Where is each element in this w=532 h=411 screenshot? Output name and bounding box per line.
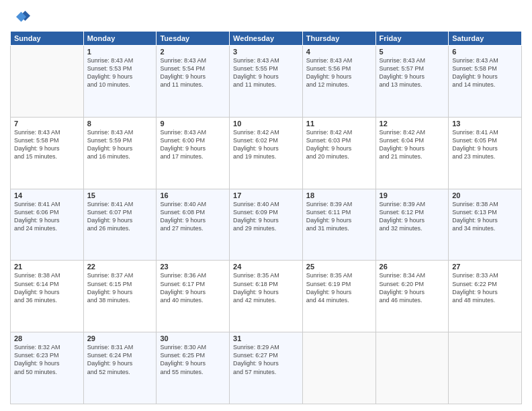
day-number: 25 <box>306 263 372 271</box>
day-cell: 23Sunrise: 8:36 AM Sunset: 6:17 PM Dayli… <box>157 261 230 332</box>
day-info: Sunrise: 8:42 AM Sunset: 6:02 PM Dayligh… <box>233 128 299 161</box>
week-row-2: 7Sunrise: 8:43 AM Sunset: 5:58 PM Daylig… <box>11 117 522 189</box>
day-number: 9 <box>160 120 226 128</box>
header-cell-thursday: Thursday <box>302 32 375 46</box>
day-number: 30 <box>160 334 226 342</box>
day-info: Sunrise: 8:43 AM Sunset: 5:58 PM Dayligh… <box>14 128 80 161</box>
day-number: 19 <box>380 191 445 199</box>
day-info: Sunrise: 8:43 AM Sunset: 5:58 PM Dayligh… <box>452 56 518 89</box>
day-info: Sunrise: 8:41 AM Sunset: 6:06 PM Dayligh… <box>14 200 80 233</box>
day-cell: 20Sunrise: 8:38 AM Sunset: 6:13 PM Dayli… <box>449 189 522 261</box>
day-number: 13 <box>452 120 518 128</box>
day-info: Sunrise: 8:41 AM Sunset: 6:05 PM Dayligh… <box>452 128 518 161</box>
day-info: Sunrise: 8:34 AM Sunset: 6:20 PM Dayligh… <box>380 271 445 304</box>
header-cell-friday: Friday <box>375 32 449 46</box>
day-cell: 16Sunrise: 8:40 AM Sunset: 6:08 PM Dayli… <box>157 189 230 261</box>
logo-icon <box>10 7 30 27</box>
day-number: 21 <box>14 263 80 271</box>
day-info: Sunrise: 8:39 AM Sunset: 6:12 PM Dayligh… <box>380 200 445 233</box>
day-cell: 13Sunrise: 8:41 AM Sunset: 6:05 PM Dayli… <box>449 117 522 189</box>
day-info: Sunrise: 8:43 AM Sunset: 5:53 PM Dayligh… <box>87 56 153 89</box>
calendar-table: SundayMondayTuesdayWednesdayThursdayFrid… <box>10 31 522 404</box>
day-cell: 6Sunrise: 8:43 AM Sunset: 5:58 PM Daylig… <box>449 46 522 118</box>
day-cell: 9Sunrise: 8:43 AM Sunset: 6:00 PM Daylig… <box>157 117 230 189</box>
day-number: 26 <box>380 263 445 271</box>
day-info: Sunrise: 8:43 AM Sunset: 6:00 PM Dayligh… <box>160 128 226 161</box>
day-number: 2 <box>160 48 226 56</box>
week-row-5: 28Sunrise: 8:32 AM Sunset: 6:23 PM Dayli… <box>11 332 522 404</box>
day-info: Sunrise: 8:40 AM Sunset: 6:08 PM Dayligh… <box>160 200 226 233</box>
day-info: Sunrise: 8:42 AM Sunset: 6:03 PM Dayligh… <box>306 128 372 161</box>
day-cell: 1Sunrise: 8:43 AM Sunset: 5:53 PM Daylig… <box>83 46 157 118</box>
day-info: Sunrise: 8:31 AM Sunset: 6:24 PM Dayligh… <box>87 343 153 376</box>
day-cell: 8Sunrise: 8:43 AM Sunset: 5:59 PM Daylig… <box>83 117 157 189</box>
day-info: Sunrise: 8:43 AM Sunset: 5:57 PM Dayligh… <box>380 56 445 89</box>
day-number: 20 <box>452 191 518 199</box>
day-number: 1 <box>87 48 153 56</box>
day-cell: 2Sunrise: 8:43 AM Sunset: 5:54 PM Daylig… <box>157 46 230 118</box>
header-cell-monday: Monday <box>83 32 157 46</box>
day-number: 7 <box>14 120 80 128</box>
header-cell-sunday: Sunday <box>11 32 84 46</box>
day-info: Sunrise: 8:35 AM Sunset: 6:18 PM Dayligh… <box>233 271 299 304</box>
day-cell: 4Sunrise: 8:43 AM Sunset: 5:56 PM Daylig… <box>302 46 375 118</box>
day-info: Sunrise: 8:43 AM Sunset: 5:54 PM Dayligh… <box>160 56 226 89</box>
day-cell <box>449 332 522 404</box>
day-number: 16 <box>160 191 226 199</box>
day-info: Sunrise: 8:41 AM Sunset: 6:07 PM Dayligh… <box>87 200 153 233</box>
day-cell: 15Sunrise: 8:41 AM Sunset: 6:07 PM Dayli… <box>83 189 157 261</box>
day-cell: 27Sunrise: 8:33 AM Sunset: 6:22 PM Dayli… <box>449 261 522 332</box>
day-cell <box>302 332 375 404</box>
day-info: Sunrise: 8:43 AM Sunset: 5:56 PM Dayligh… <box>306 56 372 89</box>
day-info: Sunrise: 8:29 AM Sunset: 6:27 PM Dayligh… <box>233 343 299 376</box>
day-number: 24 <box>233 263 299 271</box>
day-info: Sunrise: 8:38 AM Sunset: 6:14 PM Dayligh… <box>14 271 80 304</box>
header-row: SundayMondayTuesdayWednesdayThursdayFrid… <box>11 32 522 46</box>
day-cell: 5Sunrise: 8:43 AM Sunset: 5:57 PM Daylig… <box>375 46 449 118</box>
header <box>10 7 522 27</box>
day-cell: 19Sunrise: 8:39 AM Sunset: 6:12 PM Dayli… <box>375 189 449 261</box>
day-info: Sunrise: 8:33 AM Sunset: 6:22 PM Dayligh… <box>452 271 518 304</box>
day-info: Sunrise: 8:37 AM Sunset: 6:15 PM Dayligh… <box>87 271 153 304</box>
day-cell: 31Sunrise: 8:29 AM Sunset: 6:27 PM Dayli… <box>230 332 303 404</box>
day-info: Sunrise: 8:40 AM Sunset: 6:09 PM Dayligh… <box>233 200 299 233</box>
day-cell: 29Sunrise: 8:31 AM Sunset: 6:24 PM Dayli… <box>83 332 157 404</box>
logo <box>10 7 33 27</box>
day-info: Sunrise: 8:32 AM Sunset: 6:23 PM Dayligh… <box>14 343 80 376</box>
day-cell: 22Sunrise: 8:37 AM Sunset: 6:15 PM Dayli… <box>83 261 157 332</box>
day-cell: 18Sunrise: 8:39 AM Sunset: 6:11 PM Dayli… <box>302 189 375 261</box>
day-number: 17 <box>233 191 299 199</box>
header-cell-wednesday: Wednesday <box>230 32 303 46</box>
day-number: 4 <box>306 48 372 56</box>
day-number: 22 <box>87 263 153 271</box>
day-info: Sunrise: 8:36 AM Sunset: 6:17 PM Dayligh… <box>160 271 226 304</box>
day-number: 3 <box>233 48 299 56</box>
day-cell: 3Sunrise: 8:43 AM Sunset: 5:55 PM Daylig… <box>230 46 303 118</box>
page: SundayMondayTuesdayWednesdayThursdayFrid… <box>0 0 532 411</box>
day-cell: 26Sunrise: 8:34 AM Sunset: 6:20 PM Dayli… <box>375 261 449 332</box>
day-cell: 14Sunrise: 8:41 AM Sunset: 6:06 PM Dayli… <box>11 189 84 261</box>
day-number: 31 <box>233 334 299 342</box>
day-info: Sunrise: 8:43 AM Sunset: 5:59 PM Dayligh… <box>87 128 153 161</box>
day-number: 28 <box>14 334 80 342</box>
day-cell: 11Sunrise: 8:42 AM Sunset: 6:03 PM Dayli… <box>302 117 375 189</box>
day-cell <box>375 332 449 404</box>
day-info: Sunrise: 8:42 AM Sunset: 6:04 PM Dayligh… <box>380 128 445 161</box>
day-cell: 28Sunrise: 8:32 AM Sunset: 6:23 PM Dayli… <box>11 332 84 404</box>
day-number: 23 <box>160 263 226 271</box>
day-number: 10 <box>233 120 299 128</box>
day-info: Sunrise: 8:43 AM Sunset: 5:55 PM Dayligh… <box>233 56 299 89</box>
day-number: 27 <box>452 263 518 271</box>
day-cell: 17Sunrise: 8:40 AM Sunset: 6:09 PM Dayli… <box>230 189 303 261</box>
day-cell: 30Sunrise: 8:30 AM Sunset: 6:25 PM Dayli… <box>157 332 230 404</box>
week-row-4: 21Sunrise: 8:38 AM Sunset: 6:14 PM Dayli… <box>11 261 522 332</box>
header-cell-tuesday: Tuesday <box>157 32 230 46</box>
day-number: 18 <box>306 191 372 199</box>
day-info: Sunrise: 8:39 AM Sunset: 6:11 PM Dayligh… <box>306 200 372 233</box>
day-info: Sunrise: 8:30 AM Sunset: 6:25 PM Dayligh… <box>160 343 226 376</box>
day-number: 29 <box>87 334 153 342</box>
day-info: Sunrise: 8:38 AM Sunset: 6:13 PM Dayligh… <box>452 200 518 233</box>
day-cell: 7Sunrise: 8:43 AM Sunset: 5:58 PM Daylig… <box>11 117 84 189</box>
day-number: 6 <box>452 48 518 56</box>
day-cell: 10Sunrise: 8:42 AM Sunset: 6:02 PM Dayli… <box>230 117 303 189</box>
